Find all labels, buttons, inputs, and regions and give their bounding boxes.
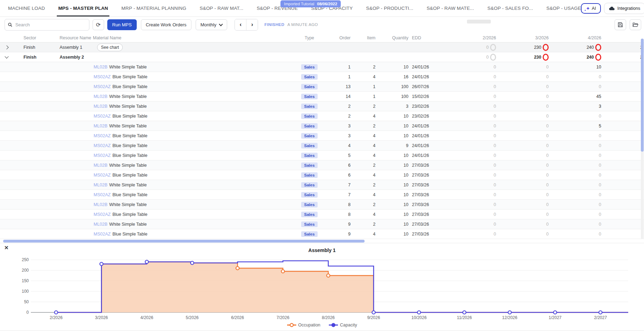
legend-occupation[interactable]: Occupation <box>287 323 320 327</box>
material-code-link[interactable]: ML02B <box>94 183 108 187</box>
table-row[interactable]: MS02AZBlue Simple TableSales241023/02/26… <box>0 111 644 121</box>
month-value-cell: 0 <box>496 163 549 168</box>
material-code-link[interactable]: MS02AZ <box>94 74 111 79</box>
table-row[interactable]: MS02AZBlue Simple TableSales841027/03/26… <box>0 210 644 219</box>
x-tick-label: 4/2026 <box>140 315 153 320</box>
table-row[interactable]: ML02BWhite Simple TableSales22323/02/260… <box>0 101 644 111</box>
material-code-link[interactable]: MS02AZ <box>94 143 111 148</box>
material-code-link[interactable]: ML02B <box>94 104 108 109</box>
expand-icon[interactable] <box>5 45 8 49</box>
capacity-data-point[interactable] <box>100 262 103 265</box>
period-select[interactable]: Monthly <box>196 19 228 30</box>
search-input[interactable] <box>15 22 86 28</box>
material-code-link[interactable]: MS02AZ <box>94 84 111 89</box>
table-body: FinishAssembly 1See chart02302402FinishA… <box>0 42 644 239</box>
material-code-link[interactable]: MS02AZ <box>94 153 111 158</box>
capacity-data-point[interactable] <box>372 311 375 314</box>
edd-cell: 24/01/26 <box>408 153 452 158</box>
table-row[interactable]: ML02BWhite Simple TableSales821027/03/26… <box>0 200 644 210</box>
resource-group-row[interactable]: FinishAssembly 202302402 <box>0 52 644 62</box>
vertical-scrollbar-track[interactable] <box>641 39 644 239</box>
material-code-link[interactable]: ML02B <box>94 94 108 99</box>
occupation-data-point[interactable] <box>327 274 330 277</box>
tab-s-op-sales-fo-[interactable]: S&OP - SALES FO... <box>487 0 533 16</box>
material-code-link[interactable]: MS02AZ <box>94 192 111 197</box>
month-value-cell: 0 <box>496 173 549 178</box>
material-code-link[interactable]: ML02B <box>94 202 108 207</box>
month-value: 0 <box>599 163 601 168</box>
month-value: 0 <box>486 55 489 60</box>
table-row[interactable]: ML02BWhite Simple TableSales121024/01/26… <box>0 62 644 72</box>
material-code-link[interactable]: ML02B <box>94 65 108 69</box>
month-value: 0 <box>546 202 549 207</box>
table-row[interactable]: MS02AZBlue Simple TableSales541024/01/26… <box>0 151 644 160</box>
capacity-data-point[interactable] <box>54 311 57 314</box>
vertical-scrollbar-thumb[interactable] <box>641 39 644 152</box>
tab-s-op-producti-[interactable]: S&OP - PRODUCTI... <box>366 0 413 16</box>
material-name: White Simple Table <box>109 104 147 109</box>
month-value: 0 <box>494 65 496 69</box>
capacity-data-point[interactable] <box>554 311 557 314</box>
quantity-cell: 10 <box>375 114 408 119</box>
occupation-data-point[interactable] <box>236 266 239 270</box>
capacity-data-point[interactable] <box>508 311 511 314</box>
material-code-link[interactable]: ML02B <box>94 222 108 227</box>
table-row[interactable]: ML02BWhite Simple TableSales721027/03/26… <box>0 180 644 190</box>
material-code-link[interactable]: MS02AZ <box>94 212 111 217</box>
material-code-link[interactable]: MS02AZ <box>94 133 111 138</box>
tab-s-op-raw-mat-[interactable]: S&OP - RAW MAT... <box>199 0 243 16</box>
table-row[interactable]: ML02BWhite Simple TableSales921027/03/26… <box>0 219 644 229</box>
collapse-icon[interactable] <box>5 54 8 58</box>
resource-group-row[interactable]: FinishAssembly 1See chart02302402 <box>0 42 644 52</box>
next-period-button[interactable]: › <box>246 19 258 30</box>
material-code-link[interactable]: ML02B <box>94 163 108 168</box>
table-row[interactable]: MS02AZBlue Simple TableSales941027/03/26… <box>0 229 644 239</box>
table-row[interactable]: MS02AZBlue Simple TableSales13110026/07/… <box>0 82 644 92</box>
table-row[interactable]: MS02AZBlue Simple TableSales44924/01/260… <box>0 141 644 151</box>
refresh-button[interactable]: ⟳ <box>93 19 104 30</box>
create-work-orders-button[interactable]: Create Work Orders <box>141 19 191 30</box>
tab-mrp-material-planning[interactable]: MRP - MATERIAL PLANNING <box>121 0 186 16</box>
material-name: White Simple Table <box>109 202 147 207</box>
table-row[interactable]: ML02BWhite Simple TableSales621027/03/26… <box>0 160 644 170</box>
x-tick-label: 11/2026 <box>457 315 472 320</box>
tab-s-op-raw-mate-[interactable]: S&OP - RAW MATE... <box>427 0 474 16</box>
material-code-link[interactable]: MS02AZ <box>94 114 111 119</box>
table-row[interactable]: MS02AZBlue Simple TableSales641027/03/26… <box>0 170 644 180</box>
quantity-cell: 10 <box>375 212 408 217</box>
capacity-data-point[interactable] <box>418 311 421 314</box>
material-cell: MS02AZBlue Simple Table <box>58 153 291 158</box>
capacity-data-point[interactable] <box>599 311 602 314</box>
table-row[interactable]: ML02BWhite Simple TableSales14110015/02/… <box>0 92 644 101</box>
legend-capacity[interactable]: Capacity <box>329 323 357 327</box>
tab-mps-master-plan[interactable]: MPS - MASTER PLAN <box>58 0 108 16</box>
run-mps-button[interactable]: Run MPS <box>107 19 137 30</box>
occupation-data-point[interactable] <box>281 270 284 273</box>
edd-cell: 27/03/26 <box>408 192 452 197</box>
horizontal-scrollbar-thumb[interactable] <box>3 240 365 243</box>
material-code-link[interactable]: ML02B <box>94 124 108 128</box>
resource-chart-panel: ✕ Assembly 1 0501001502002502/20263/2026… <box>0 243 644 331</box>
tab-s-op-usage[interactable]: S&OP - USAGE <box>546 0 581 16</box>
capacity-data-point[interactable] <box>191 261 194 264</box>
material-code-link[interactable]: MS02AZ <box>94 232 111 237</box>
edd-header: EDD <box>408 35 452 40</box>
capacity-data-point[interactable] <box>463 311 466 314</box>
table-row[interactable]: MS02AZBlue Simple TableSales741027/03/26… <box>0 190 644 200</box>
save-button[interactable] <box>615 19 626 30</box>
open-folder-button[interactable] <box>630 19 641 30</box>
previous-period-button[interactable]: ‹ <box>235 19 246 30</box>
month-header-1: 2/2026 <box>452 35 496 40</box>
month-value-cell: 0 <box>549 114 601 119</box>
see-chart-button[interactable]: See chart <box>97 44 123 51</box>
capacity-data-point[interactable] <box>145 260 148 263</box>
edd-cell: 27/03/26 <box>408 222 452 227</box>
ai-button[interactable]: ✦✦ AI <box>581 3 601 14</box>
tab-machine-load[interactable]: MACHINE LOAD <box>8 0 45 16</box>
table-row[interactable]: MS02AZBlue Simple TableSales341024/01/26… <box>0 131 644 141</box>
table-row[interactable]: ML02BWhite Simple TableSales321024/01/26… <box>0 121 644 131</box>
integrations-button[interactable]: Integrations <box>604 3 644 14</box>
material-code-link[interactable]: MS02AZ <box>94 173 111 178</box>
table-row[interactable]: MS02AZBlue Simple TableSales141624/01/26… <box>0 72 644 82</box>
search-box[interactable] <box>5 19 89 31</box>
